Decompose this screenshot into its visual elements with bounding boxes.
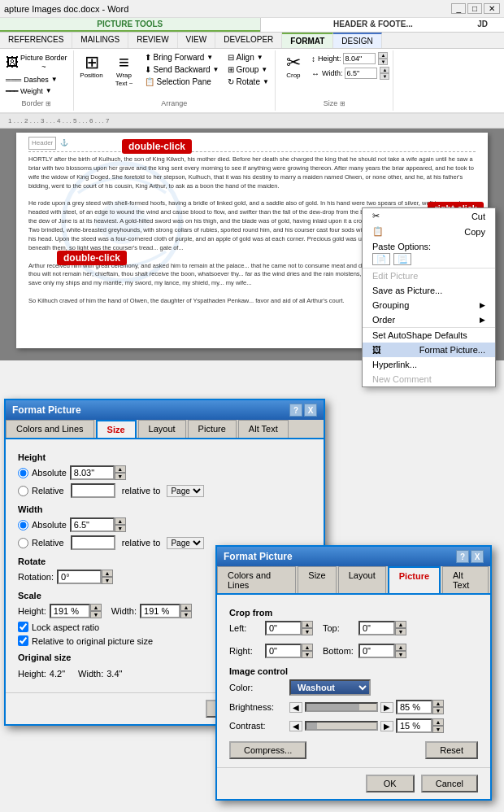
ctx-order[interactable]: Order ▶ <box>363 312 495 327</box>
rotation-input[interactable] <box>57 570 102 584</box>
brightness-right-btn[interactable]: ▶ <box>380 702 393 713</box>
width-relative-input[interactable] <box>71 535 115 550</box>
rotate-btn[interactable]: ↻ Rotate ▼ <box>225 76 272 87</box>
height-spin-up[interactable]: ▲ <box>115 465 126 473</box>
crop-left-input[interactable] <box>265 621 302 635</box>
crop-left-spin-down[interactable]: ▼ <box>302 628 313 635</box>
crop-right-spin-down[interactable]: ▼ <box>302 651 313 658</box>
width-spin-up[interactable]: ▲ <box>115 517 126 525</box>
dialog1-tab-alt-text[interactable]: Alt Text <box>238 420 289 438</box>
height-relative-input[interactable] <box>71 483 115 498</box>
dialog1-tab-colors-lines[interactable]: Colors and Lines <box>6 420 94 438</box>
height-input[interactable] <box>343 53 376 64</box>
crop-bottom-input[interactable] <box>358 644 395 658</box>
color-select[interactable]: Washout Automatic Grayscale Black & Whit… <box>289 679 371 696</box>
height-absolute-input[interactable] <box>70 465 115 480</box>
dialog2-tab-size[interactable]: Size <box>298 566 336 593</box>
width-absolute-input[interactable] <box>70 517 115 532</box>
contrast-spin-up[interactable]: ▲ <box>432 718 444 726</box>
ctx-format-picture[interactable]: 🖼 Format Picture... <box>363 343 495 357</box>
lock-aspect-checkbox[interactable] <box>18 622 28 632</box>
tab-format[interactable]: FORMAT <box>282 33 333 48</box>
close-btn[interactable]: ✕ <box>484 3 500 14</box>
dialog2-reset-btn[interactable]: Reset <box>425 741 478 759</box>
border-expand-icon[interactable]: ⊞ <box>46 100 51 107</box>
compress-btn[interactable]: Compress... <box>229 741 306 759</box>
position-btn[interactable]: ⊞ Position <box>77 52 106 81</box>
dashes-btn[interactable]: ═══ Dashes ▼ <box>3 75 60 85</box>
selection-pane-btn[interactable]: 📋 Selection Pane <box>142 76 222 87</box>
dialog1-close-btn[interactable]: X <box>304 404 317 417</box>
ctx-grouping[interactable]: Grouping ▶ <box>363 298 495 312</box>
rotation-spin-down[interactable]: ▼ <box>102 577 113 584</box>
send-backward-btn[interactable]: ⬇ Send Backward ▼ <box>142 64 222 75</box>
height-relative-select[interactable]: Page <box>167 485 204 497</box>
crop-top-input[interactable] <box>358 621 395 635</box>
height-relative-radio[interactable] <box>18 486 28 496</box>
group-btn[interactable]: ⊞ Group ▼ <box>225 64 272 75</box>
dialog2-cancel-btn[interactable]: Cancel <box>421 775 478 792</box>
scale-height-input[interactable] <box>50 604 90 618</box>
tab-developer[interactable]: DEVELOPER <box>215 33 282 48</box>
scale-height-spin-down[interactable]: ▼ <box>90 611 102 618</box>
brightness-spin-up[interactable]: ▲ <box>432 700 444 707</box>
crop-top-spin-down[interactable]: ▼ <box>395 628 406 635</box>
ctx-paste-options[interactable]: Paste Options: 📄 📃 <box>363 239 495 268</box>
width-relative-select[interactable]: Page <box>167 537 204 549</box>
dialog2-tab-picture[interactable]: Picture <box>388 566 441 593</box>
tab-review[interactable]: REVIEW <box>128 33 177 48</box>
crop-top-spin-up[interactable]: ▲ <box>395 621 406 628</box>
width-input[interactable] <box>345 68 377 79</box>
height-spin-down[interactable]: ▼ <box>378 59 388 65</box>
dialog1-help-btn[interactable]: ? <box>289 404 302 417</box>
dialog2-help-btn[interactable]: ? <box>456 550 469 563</box>
paste-icon-1[interactable]: 📄 <box>372 253 390 265</box>
crop-bottom-spin-up[interactable]: ▲ <box>395 644 406 651</box>
dialog2-ok-btn[interactable]: OK <box>366 775 415 792</box>
width-relative-radio[interactable] <box>18 538 28 548</box>
dialog2-tab-colors-lines[interactable]: Colors and Lines <box>217 566 296 593</box>
relative-original-checkbox[interactable] <box>18 635 28 646</box>
crop-right-spin-up[interactable]: ▲ <box>302 644 313 651</box>
width-spin-up[interactable]: ▲ <box>380 67 389 73</box>
brightness-left-btn[interactable]: ◀ <box>289 702 302 713</box>
tab-references[interactable]: REFERENCES <box>0 33 72 48</box>
brightness-input[interactable] <box>396 700 432 714</box>
weight-btn[interactable]: ━━━ Weight ▼ <box>3 86 54 96</box>
paste-icon-2[interactable]: 📃 <box>393 253 411 265</box>
contrast-left-btn[interactable]: ◀ <box>289 721 302 731</box>
width-absolute-radio[interactable] <box>18 520 28 530</box>
scale-width-spin-down[interactable]: ▼ <box>180 611 192 618</box>
dialog2-tab-layout[interactable]: Layout <box>338 566 386 593</box>
tab-design[interactable]: DESIGN <box>333 33 381 48</box>
scale-width-input[interactable] <box>140 604 180 618</box>
minimize-btn[interactable]: _ <box>451 3 466 14</box>
bring-forward-btn[interactable]: ⬆ Bring Forward ▼ <box>142 52 222 63</box>
ctx-save-as-picture[interactable]: Save as Picture... <box>363 283 495 298</box>
height-spin-up[interactable]: ▲ <box>378 52 388 59</box>
ctx-hyperlink[interactable]: Hyperlink... <box>363 357 495 372</box>
dialog1-tab-layout[interactable]: Layout <box>138 420 186 438</box>
wrap-text-btn[interactable]: ≡ Wrap Text ~ <box>110 52 139 89</box>
height-absolute-radio[interactable] <box>18 468 28 478</box>
tab-view[interactable]: VIEW <box>178 33 216 48</box>
rotation-spin-up[interactable]: ▲ <box>102 570 113 577</box>
restore-btn[interactable]: □ <box>467 3 482 14</box>
tab-mailings[interactable]: MAILINGS <box>72 33 128 48</box>
dialog2-close-btn[interactable]: X <box>471 550 484 563</box>
contrast-right-btn[interactable]: ▶ <box>380 721 393 731</box>
ctx-copy[interactable]: 📋 Copy <box>363 224 495 239</box>
width-spin-down[interactable]: ▼ <box>380 73 389 80</box>
dialog1-tab-size[interactable]: Size <box>96 420 137 438</box>
height-spin-down[interactable]: ▼ <box>115 473 126 480</box>
dialog1-tab-picture[interactable]: Picture <box>188 420 237 438</box>
ctx-set-autoshape[interactable]: Set AutoShape Defaults <box>363 327 495 343</box>
ctx-cut[interactable]: ✂ Cut <box>363 208 495 224</box>
scale-height-spin-up[interactable]: ▲ <box>90 604 102 611</box>
crop-left-spin-up[interactable]: ▲ <box>302 621 313 628</box>
align-btn[interactable]: ⊟ Align ▼ <box>225 52 272 63</box>
scale-width-spin-up[interactable]: ▲ <box>180 604 192 611</box>
crop-right-input[interactable] <box>265 644 302 658</box>
crop-bottom-spin-down[interactable]: ▼ <box>395 651 406 658</box>
brightness-spin-down[interactable]: ▼ <box>432 707 444 714</box>
